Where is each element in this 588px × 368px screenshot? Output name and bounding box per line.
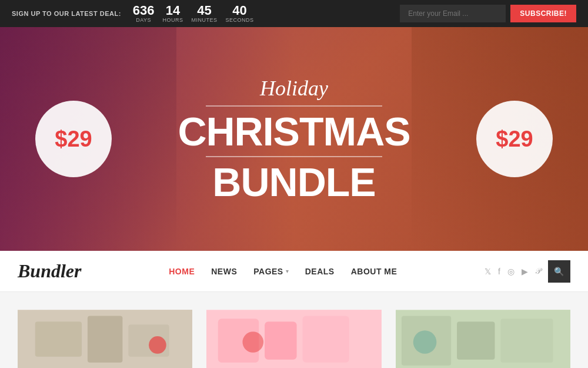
svg-point-14 (413, 330, 436, 354)
brand-logo[interactable]: Bundler (18, 260, 81, 282)
svg-point-9 (243, 331, 264, 353)
nav-item-news[interactable]: NEWS (211, 266, 237, 277)
top-bar-right: SUBSCRIBE! (400, 5, 576, 22)
deal-label: SIGN UP TO OUR LATEST DEAL: (12, 10, 121, 17)
hero-title-line-bottom (206, 156, 382, 157)
article-image-0 (18, 310, 192, 368)
price-circle-left: $29 (35, 101, 112, 177)
search-button[interactable]: 🔍 (548, 260, 570, 283)
article-card-0: CHOOSE YOUR BRANDING BY BUNDLER ON FEBRU… (18, 310, 192, 368)
countdown-seconds: 40 SECONDS (226, 4, 254, 23)
svg-rect-12 (457, 321, 495, 359)
article-card-2: EXCELLENT MOCKUP SOLUTIONS BY BUNDLER ON… (396, 310, 570, 368)
countdown-minutes: 45 MINUTES (192, 4, 218, 23)
nav-item-pages[interactable]: PAGES ▾ (253, 267, 288, 276)
twitter-icon[interactable]: 𝕏 (485, 267, 491, 276)
nav-item-about[interactable]: ABOUT ME (351, 266, 397, 277)
svg-rect-7 (265, 321, 297, 359)
nav-link-home[interactable]: HOME (169, 267, 195, 276)
nav-link-news[interactable]: NEWS (211, 267, 237, 276)
hero-subtitle-bundle: BUNDLE (178, 162, 410, 202)
days-label: DAYS (136, 17, 151, 23)
svg-rect-2 (88, 316, 122, 362)
article-image-2 (396, 310, 570, 368)
article-card-1: FREE BRANDING MOCKUPS BY BUNDLER ON JANU… (206, 310, 381, 368)
countdown-days: 636 DAYS (133, 4, 155, 23)
articles-section: CHOOSE YOUR BRANDING BY BUNDLER ON FEBRU… (0, 292, 588, 368)
nav-link-deals[interactable]: DEALS (305, 267, 335, 276)
svg-rect-1 (35, 321, 82, 356)
facebook-icon[interactable]: f (498, 267, 500, 276)
hero-content: Holiday CHRISTMAS BUNDLE (178, 76, 410, 202)
nav-item-deals[interactable]: DEALS (305, 266, 335, 277)
article-image-1 (206, 310, 381, 368)
seconds-label: SECONDS (226, 17, 254, 23)
hours-label: HOURS (163, 17, 183, 23)
nav-link-pages[interactable]: PAGES (253, 267, 283, 276)
subscribe-button[interactable]: SUBSCRIBE! (510, 5, 576, 22)
pinterest-icon[interactable]: 𝒫 (535, 266, 541, 276)
instagram-icon[interactable]: ◎ (507, 267, 514, 276)
hero-title: CHRISTMAS (178, 111, 410, 151)
nav-right: 𝕏 f ◎ ▶ 𝒫 🔍 (485, 260, 570, 283)
navbar: Bundler HOME NEWS PAGES ▾ DEALS ABOUT ME (0, 251, 588, 292)
nav-item-home[interactable]: HOME (169, 266, 195, 277)
countdown-hours: 14 HOURS (163, 4, 183, 23)
svg-rect-13 (500, 319, 553, 362)
price-right: $29 (496, 127, 533, 152)
price-left: $29 (55, 127, 92, 152)
countdown: 636 DAYS 14 HOURS 45 MINUTES 40 SECONDS (133, 4, 254, 23)
price-circle-right: $29 (476, 101, 553, 177)
minutes-number: 45 (197, 4, 211, 17)
hours-number: 14 (166, 4, 180, 17)
days-number: 636 (133, 4, 155, 17)
youtube-icon[interactable]: ▶ (522, 267, 528, 276)
nav-links: HOME NEWS PAGES ▾ DEALS ABOUT ME (169, 266, 397, 277)
top-bar-left: SIGN UP TO OUR LATEST DEAL: 636 DAYS 14 … (12, 4, 254, 23)
hero-title-line-top (206, 105, 382, 107)
minutes-label: MINUTES (192, 17, 218, 23)
svg-point-4 (149, 336, 166, 354)
hero-banner: $29 Holiday CHRISTMAS BUNDLE $29 (0, 27, 588, 251)
top-bar: SIGN UP TO OUR LATEST DEAL: 636 DAYS 14 … (0, 0, 588, 27)
seconds-number: 40 (232, 4, 246, 17)
hero-subtitle: Holiday (178, 76, 410, 101)
svg-rect-8 (303, 316, 349, 362)
email-input[interactable] (400, 5, 506, 22)
nav-link-about[interactable]: ABOUT ME (351, 267, 397, 276)
chevron-down-icon: ▾ (286, 268, 289, 274)
search-icon: 🔍 (554, 267, 564, 276)
